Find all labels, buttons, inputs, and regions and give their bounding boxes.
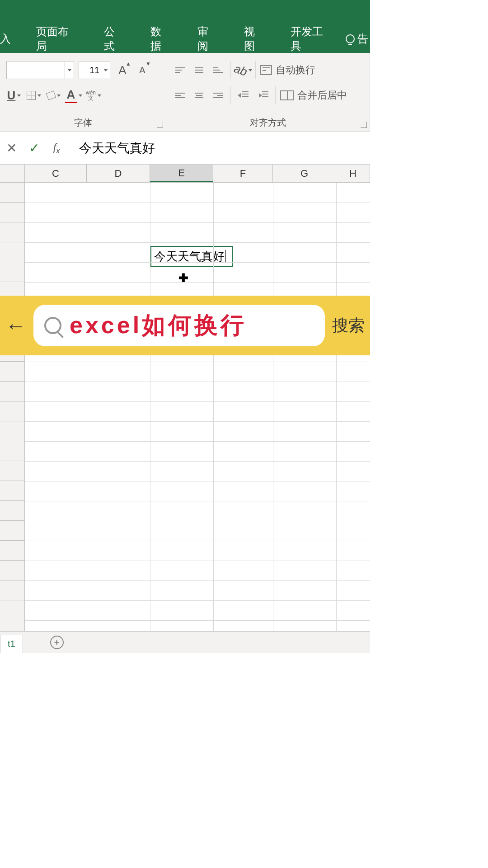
search-query: excel如何换行	[70, 310, 247, 341]
tab-data[interactable]: 数据	[138, 25, 184, 53]
tab-view[interactable]: 视图	[231, 25, 278, 53]
spreadsheet-grid[interactable]: CDEFGH 今天天气真好 ✚	[0, 165, 370, 653]
title-bar	[0, 0, 370, 25]
formula-bar: ✕ ✓ fx 今天天气真好	[0, 132, 370, 165]
tab-insert[interactable]: 入	[0, 25, 23, 53]
ribbon-group-font: 11 A▲ A▼ U A wén文 字体	[0, 53, 166, 132]
row-header[interactable]	[0, 183, 24, 203]
align-middle-icon[interactable]	[192, 62, 207, 78]
row-header[interactable]	[0, 600, 24, 620]
tab-developer[interactable]: 开发工具	[278, 25, 346, 53]
col-header-G[interactable]: G	[273, 165, 336, 182]
font-color-button[interactable]: A	[66, 88, 81, 103]
search-overlay: ← excel如何换行 搜索	[0, 296, 370, 355]
select-all-corner[interactable]	[0, 165, 25, 182]
ribbon-group-alignment: ab 自动换行 合并后居中 对齐方式	[166, 53, 370, 132]
underline-button[interactable]: U	[6, 88, 22, 103]
row-header[interactable]	[0, 481, 24, 501]
new-sheet-button[interactable]: +	[50, 636, 64, 649]
align-center-icon[interactable]	[192, 88, 207, 103]
sheet-tab[interactable]: t1	[0, 635, 23, 653]
formula-input[interactable]: 今天天气真好	[68, 140, 370, 157]
row-header[interactable]	[0, 362, 24, 382]
row-header[interactable]	[0, 580, 24, 600]
align-bottom-icon[interactable]	[211, 62, 226, 78]
col-header-C[interactable]: C	[25, 165, 87, 182]
wrap-text-button[interactable]: 自动换行	[260, 63, 315, 77]
row-header[interactable]	[0, 461, 24, 481]
row-header[interactable]	[0, 521, 24, 541]
row-header[interactable]	[0, 262, 24, 282]
borders-button[interactable]	[26, 88, 42, 103]
row-header[interactable]	[0, 421, 24, 441]
row-header[interactable]	[0, 441, 24, 461]
tab-page-layout[interactable]: 页面布局	[23, 25, 91, 53]
font-name-combo[interactable]	[6, 61, 74, 79]
active-cell[interactable]: 今天天气真好	[150, 246, 233, 267]
increase-indent-button[interactable]	[255, 88, 271, 103]
back-arrow-icon[interactable]: ←	[5, 313, 26, 338]
cell-cursor-icon: ✚	[178, 271, 188, 285]
col-header-F[interactable]: F	[213, 165, 273, 182]
tab-formulas[interactable]: 公式	[91, 25, 138, 53]
search-button[interactable]: 搜索	[332, 315, 365, 337]
orientation-button[interactable]: ab	[235, 62, 251, 78]
row-header[interactable]	[0, 501, 24, 521]
tab-review[interactable]: 审阅	[185, 25, 231, 53]
ribbon-tabs: 入 页面布局 公式 数据 审阅 视图 开发工具 告	[0, 25, 370, 53]
font-size-combo[interactable]: 11	[79, 61, 110, 79]
bulb-icon	[346, 34, 355, 43]
row-header[interactable]	[0, 242, 24, 262]
row-header[interactable]	[0, 401, 24, 421]
row-header[interactable]	[0, 382, 24, 401]
align-left-icon[interactable]	[173, 88, 188, 103]
group-label-align: 对齐方式	[166, 117, 370, 129]
align-dialog-launcher[interactable]	[361, 122, 367, 128]
col-header-D[interactable]: D	[87, 165, 150, 182]
search-box[interactable]: excel如何换行	[33, 305, 325, 346]
tell-me[interactable]: 告	[346, 32, 370, 46]
decrease-font-icon[interactable]: A▼	[135, 62, 150, 78]
confirm-edit-button[interactable]: ✓	[23, 132, 45, 164]
row-header[interactable]	[0, 203, 24, 222]
font-dialog-launcher[interactable]	[157, 122, 163, 128]
merge-center-button[interactable]: 合并后居中	[280, 89, 347, 102]
sheet-tab-bar: t1 +	[0, 631, 370, 653]
col-header-H[interactable]: H	[336, 165, 370, 182]
decrease-indent-button[interactable]	[235, 88, 251, 103]
cells-area[interactable]: 今天天气真好 ✚	[25, 183, 370, 653]
row-header[interactable]	[0, 541, 24, 561]
row-header[interactable]	[0, 222, 24, 242]
group-label-font: 字体	[0, 117, 166, 129]
increase-font-icon[interactable]: A▲	[115, 62, 130, 78]
phonetic-guide-button[interactable]: wén文	[86, 88, 101, 103]
fill-color-button[interactable]	[46, 88, 61, 103]
col-header-E[interactable]: E	[150, 165, 213, 182]
align-top-icon[interactable]	[173, 62, 188, 78]
align-right-icon[interactable]	[211, 88, 226, 103]
row-headers	[0, 183, 25, 653]
cancel-edit-button[interactable]: ✕	[0, 132, 23, 164]
ribbon: 11 A▲ A▼ U A wén文 字体	[0, 53, 370, 132]
search-icon	[44, 317, 61, 334]
column-headers: CDEFGH	[0, 165, 370, 183]
insert-function-button[interactable]: fx	[45, 132, 68, 164]
row-header[interactable]	[0, 561, 24, 580]
